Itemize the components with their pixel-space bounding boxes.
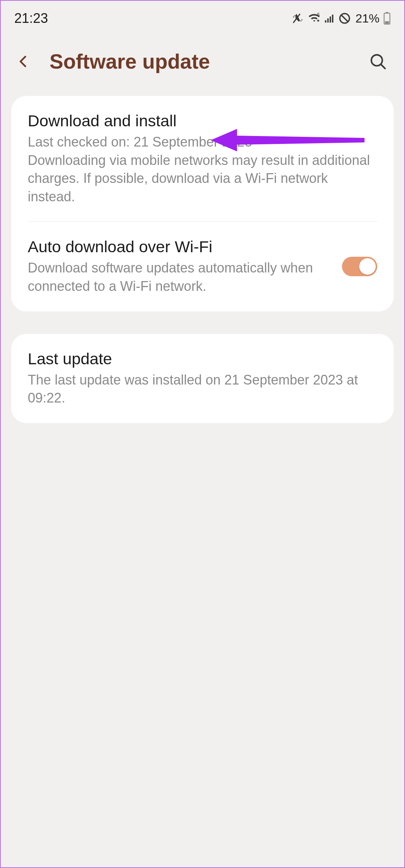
svg-line-10 <box>381 64 385 68</box>
last-update-item[interactable]: Last update The last update was installe… <box>11 334 394 423</box>
svg-rect-8 <box>385 21 389 24</box>
signal-icon <box>324 13 335 24</box>
auto-download-subtitle: Download software updates automatically … <box>28 259 331 295</box>
status-bar: 21:23 6 21% <box>1 1 404 34</box>
svg-rect-4 <box>332 15 333 22</box>
download-install-subtitle: Last checked on: 21 September 2023 Downl… <box>28 133 377 206</box>
header-bar: Software update <box>1 34 404 96</box>
do-not-disturb-icon <box>338 12 351 25</box>
toggle-knob <box>359 258 376 275</box>
auto-download-toggle[interactable] <box>342 257 377 276</box>
svg-rect-3 <box>330 16 331 22</box>
search-button[interactable] <box>367 50 389 73</box>
last-update-subtitle: The last update was installed on 21 Sept… <box>28 371 377 407</box>
vibrate-mute-icon <box>291 12 304 25</box>
download-install-title: Download and install <box>28 112 377 130</box>
download-install-item[interactable]: Download and install Last checked on: 21… <box>11 96 394 221</box>
battery-icon <box>383 12 391 25</box>
page-title: Software update <box>50 49 359 73</box>
wifi-icon: 6 <box>308 12 321 25</box>
card-updates: Download and install Last checked on: 21… <box>11 96 394 311</box>
svg-text:6: 6 <box>317 12 320 17</box>
last-update-title: Last update <box>28 350 377 368</box>
card-last-update: Last update The last update was installe… <box>11 334 394 423</box>
auto-download-title: Auto download over Wi-Fi <box>28 238 331 256</box>
svg-rect-2 <box>327 18 329 22</box>
svg-rect-1 <box>325 20 326 22</box>
search-icon <box>369 52 387 71</box>
status-time: 21:23 <box>14 10 48 26</box>
status-icons: 6 21% <box>291 12 391 25</box>
chevron-left-icon <box>15 53 32 70</box>
battery-percent: 21% <box>356 12 380 25</box>
back-button[interactable] <box>12 50 34 73</box>
auto-download-item[interactable]: Auto download over Wi-Fi Download softwa… <box>11 222 394 311</box>
